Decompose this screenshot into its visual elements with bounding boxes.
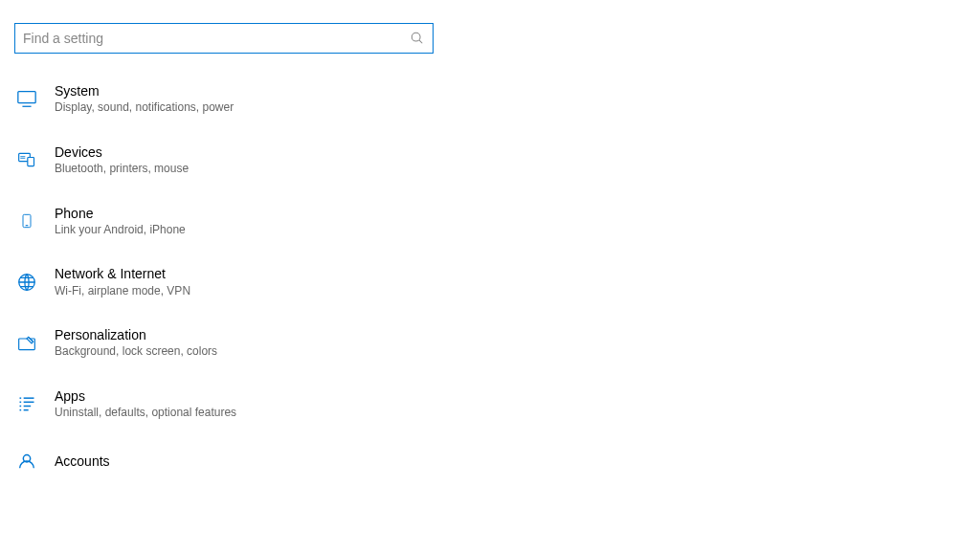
settings-categories: System Display, sound, notifications, po…	[14, 80, 966, 475]
svg-rect-2	[18, 92, 35, 103]
category-text: Apps Uninstall, defaults, optional featu…	[55, 387, 236, 421]
globe-icon	[14, 270, 39, 295]
category-title: Personalization	[55, 326, 217, 343]
search-icon	[410, 31, 425, 46]
category-system[interactable]: System Display, sound, notifications, po…	[14, 80, 966, 118]
category-title: Network & Internet	[55, 265, 190, 282]
apps-icon	[14, 391, 39, 416]
category-apps[interactable]: Apps Uninstall, defaults, optional featu…	[14, 386, 966, 423]
category-text: Network & Internet Wi-Fi, airplane mode,…	[55, 265, 190, 298]
personalization-icon	[14, 331, 39, 356]
category-title: Devices	[55, 143, 189, 161]
category-title: System	[55, 82, 234, 99]
category-desc: Background, lock screen, colors	[55, 344, 217, 360]
category-title: Phone	[55, 205, 186, 222]
category-title: Apps	[55, 387, 236, 405]
svg-line-1	[419, 40, 422, 43]
category-personalization[interactable]: Personalization Background, lock screen,…	[14, 324, 966, 362]
category-phone[interactable]: Phone Link your Android, iPhone	[14, 203, 966, 240]
category-text: Personalization Background, lock screen,…	[55, 326, 217, 360]
category-accounts[interactable]: Accounts	[14, 447, 966, 475]
category-desc: Display, sound, notifications, power	[55, 100, 234, 116]
devices-icon	[14, 147, 39, 172]
svg-rect-5	[28, 158, 34, 166]
search-box[interactable]	[14, 23, 434, 54]
accounts-icon	[14, 449, 39, 474]
svg-point-0	[412, 33, 420, 41]
category-desc: Link your Android, iPhone	[55, 223, 186, 238]
category-title: Accounts	[55, 452, 110, 470]
category-text: Phone Link your Android, iPhone	[55, 205, 186, 238]
search-input[interactable]	[23, 24, 410, 53]
category-devices[interactable]: Devices Bluetooth, printers, mouse	[14, 142, 966, 179]
category-desc: Uninstall, defaults, optional features	[55, 406, 236, 421]
category-desc: Bluetooth, printers, mouse	[55, 162, 189, 177]
category-desc: Wi-Fi, airplane mode, VPN	[55, 284, 190, 299]
category-network[interactable]: Network & Internet Wi-Fi, airplane mode,…	[14, 263, 966, 300]
category-text: Accounts	[55, 452, 110, 470]
category-text: Devices Bluetooth, printers, mouse	[55, 143, 189, 177]
category-text: System Display, sound, notifications, po…	[55, 82, 234, 116]
phone-icon	[14, 209, 39, 233]
system-icon	[14, 86, 39, 111]
